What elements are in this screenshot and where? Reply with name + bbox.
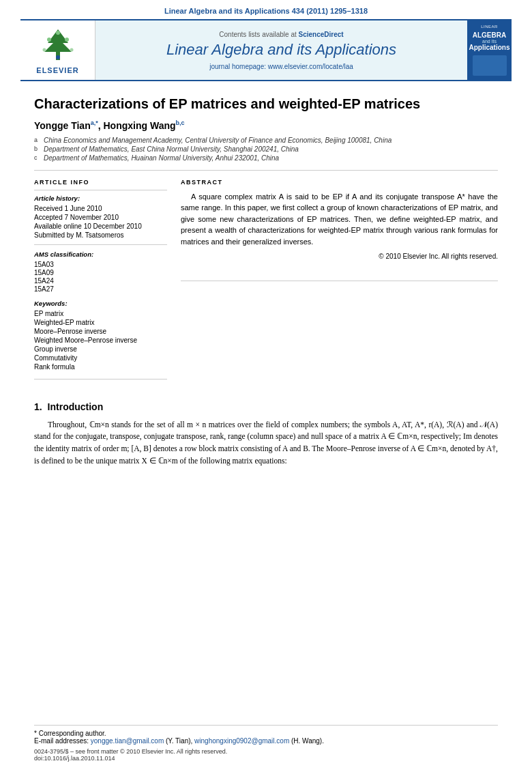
ams-code-0: 15A03 — [34, 261, 167, 268]
intro-paragraph: Throughout, ℂm×n stands for the set of a… — [34, 420, 498, 465]
divider-ams — [34, 244, 167, 245]
abstract-text: A square complex matrix A is said to be … — [181, 191, 498, 248]
abstract-label: ABSTRACT — [181, 179, 498, 186]
abstract-body: A square complex matrix A is said to be … — [181, 192, 498, 246]
top-citation: Linear Algebra and its Applications 434 … — [0, 0, 532, 19]
affil-sup-a: a — [34, 137, 41, 144]
cover-top-text: LINEAR — [481, 25, 498, 30]
page: Linear Algebra and its Applications 434 … — [0, 0, 532, 774]
keyword-5: Commutativity — [34, 354, 167, 362]
affil-line-c: c Department of Mathematics, Huainan Nor… — [34, 154, 498, 162]
svg-point-2 — [47, 38, 51, 42]
svg-point-7 — [56, 55, 60, 59]
homepage-prefix: journal homepage: — [209, 63, 268, 70]
introduction-body: Throughout, ℂm×n stands for the set of a… — [34, 419, 498, 468]
keyword-3: Weighted Moore–Penrose inverse — [34, 336, 167, 344]
svg-point-4 — [56, 31, 60, 35]
author2-sup: b,c — [176, 119, 185, 126]
history-label: Article history: — [34, 195, 167, 202]
email1[interactable]: yongge.tian@gmail.com — [91, 737, 164, 745]
journal-homepage: journal homepage: www.elsevier.com/locat… — [106, 63, 457, 70]
author1-name: Yongge Tian — [34, 120, 91, 131]
elsevier-tree-icon — [34, 26, 82, 63]
author1-sup: a,* — [91, 119, 98, 126]
ams-code-1: 15A09 — [34, 269, 167, 276]
affil-sup-c: c — [34, 154, 41, 162]
left-column: ARTICLE INFO Article history: Received 1… — [34, 179, 167, 388]
ams-code-3: 15A27 — [34, 285, 167, 293]
received-date: Received 1 June 2010 — [34, 205, 167, 212]
keyword-0: EP matrix — [34, 310, 167, 317]
email1-name: (Y. Tian), — [166, 737, 192, 745]
cover-subtitle-text: and Its — [482, 39, 497, 44]
email2[interactable]: winghongxing0902@gmail.com — [194, 737, 289, 745]
article-title: Characterizations of EP matrices and wei… — [34, 95, 498, 113]
cover-apps-text: Applications — [469, 44, 510, 51]
journal-title-display: Linear Algebra and its Applications — [106, 41, 457, 59]
elsevier-brand-text: ELSEVIER — [34, 66, 82, 74]
corresponding-author-note: * Corresponding author. — [34, 730, 106, 737]
sciencedirect-prefix: Contents lists available at — [219, 31, 298, 38]
svg-point-6 — [70, 48, 73, 52]
email2-name: (H. Wang). — [291, 737, 324, 745]
section-title-text: Introduction — [48, 401, 104, 412]
affil-text-b: Department of Mathematics, East China No… — [44, 145, 299, 153]
cover-algebra-text: ALGEBRA — [473, 31, 506, 39]
accepted-date: Accepted 7 November 2010 — [34, 214, 167, 221]
svg-point-3 — [65, 38, 69, 42]
affil-line-b: b Department of Mathematics, East China … — [34, 145, 498, 153]
journal-cover-thumbnail: LINEAR ALGEBRA and Its Applications — [467, 20, 512, 80]
copyright-line: © 2010 Elsevier Inc. All rights reserved… — [181, 253, 498, 260]
affil-sup-b: b — [34, 145, 41, 153]
article-title-text: Characterizations of EP matrices and wei… — [34, 96, 420, 111]
affiliations: a China Economics and Management Academy… — [34, 137, 498, 162]
divider-info — [34, 190, 167, 190]
keyword-1: Weighted-EP matrix — [34, 319, 167, 326]
journal-header: ELSEVIER Contents lists available at Sci… — [20, 19, 512, 81]
keyword-4: Group inverse — [34, 345, 167, 353]
elsevier-logo: ELSEVIER — [20, 20, 95, 80]
footer-issn: 0024-3795/$ – see front matter © 2010 El… — [34, 748, 498, 755]
affil-text-a: China Economics and Management Academy, … — [44, 137, 391, 144]
available-date: Available online 10 December 2010 — [34, 223, 167, 230]
ams-code-2: 15A24 — [34, 277, 167, 285]
keyword-2: Moore–Penrose inverse — [34, 328, 167, 335]
citation-text: Linear Algebra and its Applications 434 … — [164, 7, 368, 15]
keyword-6: Rank formula — [34, 363, 167, 371]
email-label: E-mail addresses: — [34, 737, 91, 745]
journal-title-text: Linear Algebra and its Applications — [166, 41, 396, 58]
authors-line: Yongge Tiana,*, Hongxing Wangb,c — [34, 119, 498, 131]
footnote-star: * Corresponding author. E-mail addresses… — [34, 730, 498, 745]
sciencedirect-line: Contents lists available at ScienceDirec… — [106, 31, 457, 38]
divider-top — [34, 170, 498, 171]
main-content: Characterizations of EP matrices and wei… — [0, 81, 532, 481]
sciencedirect-link[interactable]: ScienceDirect — [299, 31, 344, 38]
divider-left-bottom — [34, 379, 167, 379]
article-info-section: ARTICLE INFO Article history: Received 1… — [34, 179, 498, 388]
section-title: 1. Introduction — [34, 401, 498, 412]
svg-point-5 — [42, 48, 46, 52]
article-info-label: ARTICLE INFO — [34, 179, 167, 186]
section-number: 1. — [34, 401, 42, 412]
ams-label: AMS classification: — [34, 250, 167, 258]
homepage-url[interactable]: www.elsevier.com/locate/laa — [268, 63, 353, 70]
footer-doi: doi:10.1016/j.laa.2010.11.014 — [34, 755, 498, 762]
journal-middle: Contents lists available at ScienceDirec… — [95, 20, 467, 80]
keywords-label: Keywords: — [34, 300, 167, 307]
divider-abstract-bottom — [181, 281, 498, 281]
page-footer: * Corresponding author. E-mail addresses… — [34, 725, 498, 762]
affil-line-a: a China Economics and Management Academy… — [34, 137, 498, 144]
right-column: ABSTRACT A square complex matrix A is sa… — [181, 179, 498, 388]
submitted-line: Submitted by M. Tsatsomeros — [34, 231, 167, 239]
affil-text-c: Department of Mathematics, Huainan Norma… — [44, 154, 279, 162]
author2-name: , Hongxing Wang — [98, 120, 176, 131]
introduction-section: 1. Introduction Throughout, ℂm×n stands … — [34, 401, 498, 468]
